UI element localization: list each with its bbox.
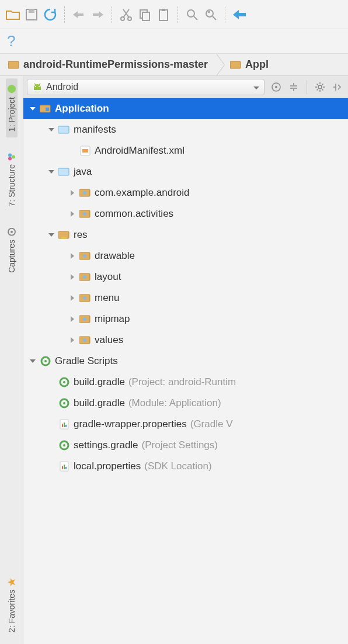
scroll-target-icon[interactable] (269, 80, 283, 94)
svg-point-12 (8, 85, 16, 93)
collapse-all-icon[interactable] (287, 80, 301, 94)
breadcrumb-app-label: Appl (245, 58, 269, 71)
folder-icon (58, 124, 70, 135)
properties-file-icon (58, 461, 70, 472)
expand-arrow-icon[interactable] (47, 126, 56, 133)
tree-node-androidmanifest[interactable]: AndroidManifest.xml (23, 140, 348, 161)
tree-node-build-gradle-project[interactable]: build.gradle (Project: android-Runtim (23, 372, 348, 393)
tree-node-mipmap[interactable]: mipmap (23, 309, 348, 330)
svg-point-2 (121, 17, 124, 20)
tree-label: layout (95, 271, 121, 283)
tree-node-build-gradle-module[interactable]: build.gradle (Module: Application) (23, 393, 348, 414)
tree-label: gradle-wrapper.properties (74, 418, 187, 430)
tree-node-pkg1[interactable]: com.example.android (23, 182, 348, 203)
sidebar-tab-favorites-label: 2: Favorites (7, 590, 16, 632)
expand-arrow-icon[interactable] (47, 168, 56, 175)
sidebar-tab-project[interactable]: 1: Project (6, 78, 18, 137)
tree-node-pkg2[interactable]: common.activities (23, 203, 348, 224)
refresh-icon[interactable] (41, 5, 60, 24)
project-tree[interactable]: Application manifests AndroidManifest.xm… (23, 98, 348, 644)
properties-file-icon (58, 419, 70, 430)
tree-node-java[interactable]: java (23, 161, 348, 182)
sidebar-tab-structure[interactable]: 7: Structure (6, 147, 18, 212)
collapse-arrow-icon[interactable] (68, 295, 77, 302)
breadcrumb-root[interactable]: android-RuntimePermissions-master (0, 54, 216, 75)
collapse-arrow-icon[interactable] (68, 337, 77, 344)
undo-icon[interactable] (69, 5, 88, 24)
collapse-arrow-icon[interactable] (68, 273, 77, 281)
svg-point-15 (12, 155, 15, 158)
tree-label: build.gradle (74, 376, 125, 388)
svg-point-13 (8, 157, 12, 160)
package-icon (79, 251, 91, 261)
project-panel: Android Application (23, 76, 348, 644)
tree-node-gradle-wrapper-properties[interactable]: gradle-wrapper.properties (Gradle V (23, 414, 348, 435)
paste-icon[interactable] (154, 5, 173, 24)
svg-rect-6 (159, 10, 168, 20)
collapse-arrow-icon[interactable] (68, 252, 77, 259)
breadcrumb: android-RuntimePermissions-master Appl (0, 54, 348, 76)
tree-label: drawable (95, 250, 135, 262)
collapse-arrow-icon[interactable] (68, 210, 77, 217)
tree-node-menu[interactable]: menu (23, 288, 348, 309)
svg-rect-25 (58, 126, 69, 133)
breadcrumb-root-label: android-RuntimePermissions-master (23, 58, 208, 71)
copy-icon[interactable] (135, 5, 154, 24)
breadcrumb-app[interactable]: Appl (216, 54, 277, 75)
svg-point-8 (187, 10, 194, 17)
cut-icon[interactable] (117, 5, 135, 24)
svg-point-42 (83, 317, 86, 321)
collapse-arrow-icon[interactable] (68, 316, 77, 323)
back-icon[interactable] (230, 5, 249, 24)
svg-rect-60 (65, 467, 67, 469)
svg-rect-54 (65, 425, 67, 427)
sidebar-tab-favorites[interactable]: 2: Favorites (6, 572, 18, 638)
expand-arrow-icon[interactable] (28, 105, 37, 112)
package-icon (79, 209, 91, 219)
svg-rect-5 (142, 12, 149, 20)
main-toolbar (0, 0, 348, 29)
tree-node-res[interactable]: res (23, 224, 348, 245)
save-icon[interactable] (22, 5, 41, 24)
tree-node-gradle-scripts[interactable]: Gradle Scripts (23, 351, 348, 372)
android-icon (7, 84, 16, 94)
sidebar-tab-project-label: 1: Project (7, 97, 16, 131)
svg-point-21 (275, 86, 277, 88)
tree-node-application[interactable]: Application (23, 98, 348, 119)
help-icon[interactable]: ? (7, 32, 15, 50)
find-icon[interactable] (183, 5, 201, 24)
replace-icon[interactable] (201, 5, 220, 24)
svg-point-36 (83, 254, 86, 258)
redo-icon[interactable] (88, 5, 107, 24)
sidebar-tab-captures[interactable]: Captures (6, 222, 18, 279)
svg-rect-27 (82, 149, 88, 153)
gradle-icon (58, 377, 70, 387)
svg-point-14 (8, 153, 12, 157)
project-view-selector[interactable]: Android (27, 79, 265, 95)
res-folder-icon (58, 230, 70, 240)
expand-arrow-icon[interactable] (28, 358, 37, 365)
collapse-arrow-icon[interactable] (68, 189, 77, 196)
package-icon (79, 188, 91, 198)
open-icon[interactable] (4, 5, 22, 24)
android-head-icon (32, 82, 43, 92)
svg-point-50 (63, 402, 65, 404)
expand-arrow-icon[interactable] (47, 231, 56, 238)
svg-rect-52 (62, 424, 63, 427)
hide-icon[interactable] (330, 80, 344, 94)
tree-node-settings-gradle[interactable]: settings.gradle (Project Settings) (23, 435, 348, 456)
main-area: 1: Project 7: Structure Captures 2: Favo… (0, 76, 348, 644)
svg-rect-7 (162, 9, 165, 11)
gear-icon[interactable] (313, 80, 327, 94)
svg-point-9 (206, 10, 213, 17)
tree-node-drawable[interactable]: drawable (23, 245, 348, 266)
tree-node-layout[interactable]: layout (23, 266, 348, 288)
tree-node-manifests[interactable]: manifests (23, 119, 348, 140)
tree-hint: (Gradle V (190, 418, 233, 430)
tree-node-values[interactable]: values (23, 330, 348, 351)
tree-node-local-properties[interactable]: local.properties (SDK Location) (23, 456, 348, 477)
svg-point-34 (61, 237, 67, 239)
gradle-icon (58, 398, 70, 408)
sidebar-tab-structure-label: 7: Structure (7, 164, 16, 206)
svg-point-18 (35, 86, 36, 87)
